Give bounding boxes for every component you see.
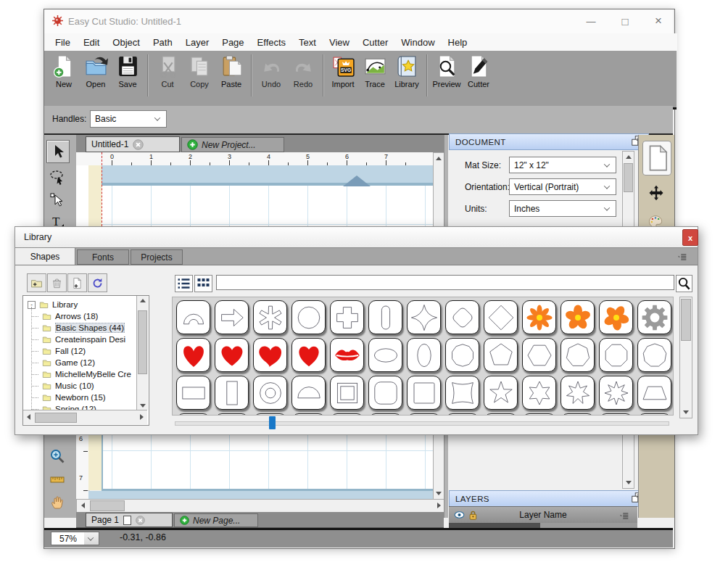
shape-pillow-star[interactable] <box>445 376 479 410</box>
shapes-vscroll-thumb[interactable] <box>681 299 691 341</box>
mat-orientation-marker[interactable] <box>343 175 371 186</box>
layers-menu-icon[interactable] <box>617 511 632 520</box>
document-panel-scrollbar-bottom[interactable] <box>622 434 634 489</box>
scroll-left-icon[interactable] <box>24 412 33 422</box>
menu-cutter[interactable]: Cutter <box>356 35 394 50</box>
new-page-tab[interactable]: New Page... <box>174 513 258 527</box>
shape-cross[interactable] <box>330 300 364 334</box>
scroll-down-icon[interactable] <box>680 407 692 417</box>
select-tool-button[interactable] <box>46 140 70 163</box>
tree-root[interactable]: -Library <box>28 299 78 310</box>
new-project-tab[interactable]: New Project... <box>181 137 284 152</box>
shape-tile-partial[interactable] <box>291 413 326 416</box>
shape-tile-partial[interactable] <box>561 413 595 416</box>
shape-tile-partial[interactable] <box>407 413 441 416</box>
library-search-input[interactable] <box>216 275 674 290</box>
canvas-horizontal-scrollbar[interactable] <box>76 499 445 513</box>
shape-star-8[interactable] <box>599 376 633 410</box>
menu-window[interactable]: Window <box>394 35 441 50</box>
shape-rounded-decagon[interactable] <box>445 338 479 372</box>
import-button[interactable]: SVGImport <box>327 54 359 88</box>
library-menu-icon[interactable] <box>674 252 690 261</box>
zoom-tool-button[interactable] <box>48 447 67 466</box>
cutter-button[interactable]: Cutter <box>463 54 495 88</box>
scroll-left-icon[interactable] <box>78 500 88 511</box>
shape-heart-wide[interactable] <box>215 338 249 372</box>
tree-item-createinspain-desi[interactable]: Createinspain Desi <box>31 334 125 345</box>
menu-page[interactable]: Page <box>215 35 250 50</box>
move-tool-icon[interactable] <box>644 178 669 207</box>
tree-vertical-scrollbar[interactable] <box>136 296 148 410</box>
shape-tile-partial[interactable] <box>637 413 671 416</box>
new-button[interactable]: New <box>48 54 80 88</box>
copy-button[interactable]: Copy <box>183 54 215 88</box>
trace-button[interactable]: Trace <box>359 54 391 88</box>
shape-heart-classic[interactable] <box>291 338 326 372</box>
tab-shapes[interactable]: Shapes <box>15 248 75 265</box>
shape-star-6[interactable] <box>522 376 556 410</box>
menu-view[interactable]: View <box>323 35 356 50</box>
tree-horizontal-scrollbar[interactable] <box>23 410 147 424</box>
undo-button[interactable]: Undo <box>255 54 287 88</box>
minimize-button[interactable]: — <box>580 14 602 28</box>
canvas-vertical-scrollbar-top[interactable] <box>433 152 444 228</box>
shape-tile-partial[interactable] <box>253 413 287 416</box>
shape-rectangle-horizontal[interactable] <box>176 376 210 410</box>
handles-combo[interactable]: Basic <box>90 110 167 128</box>
shape-tile-partial[interactable] <box>368 413 402 416</box>
scroll-right-icon[interactable] <box>137 412 146 422</box>
zoom-level-combo[interactable]: 57% <box>51 532 86 545</box>
document-properties-button[interactable] <box>642 141 671 175</box>
add-folder-button[interactable] <box>27 273 46 292</box>
shape-tile-partial[interactable] <box>484 413 518 416</box>
shape-flower-5-petal-alt[interactable] <box>599 300 633 334</box>
shape-gear[interactable] <box>637 300 671 334</box>
zoom-level-dropdown[interactable] <box>84 532 99 545</box>
paste-button[interactable]: Paste <box>215 54 247 88</box>
shape-flower-5-petal[interactable] <box>561 300 595 334</box>
tree-item-newborn-15-[interactable]: Newborn (15) <box>31 392 106 403</box>
shape-trapezoid[interactable] <box>637 376 671 410</box>
shape-tile-partial[interactable] <box>522 413 556 416</box>
library-close-button[interactable]: x <box>682 229 698 246</box>
menu-file[interactable]: File <box>49 35 77 50</box>
shape-diamond[interactable] <box>484 300 518 334</box>
ruler-tool-button[interactable] <box>48 470 67 489</box>
shape-pill[interactable] <box>368 300 402 334</box>
tree-item-basic-shapes-44-[interactable]: Basic Shapes (44) <box>31 322 125 334</box>
scroll-up-icon[interactable] <box>434 153 444 164</box>
menu-object[interactable]: Object <box>106 35 146 50</box>
library-search-button[interactable] <box>676 275 692 292</box>
tree-item-spring-12-[interactable]: Spring (12) <box>31 403 96 410</box>
canvas-vertical-scrollbar-bottom[interactable] <box>433 434 444 500</box>
shape-heptagon[interactable] <box>561 338 595 372</box>
tab-fonts[interactable]: Fonts <box>77 249 129 265</box>
scroll-up-icon[interactable] <box>137 296 148 305</box>
node-select-tool-button[interactable] <box>48 191 67 210</box>
shape-star-5[interactable] <box>484 376 518 410</box>
menu-edit[interactable]: Edit <box>77 35 106 50</box>
delete-button[interactable] <box>47 273 67 292</box>
shape-star4-curved[interactable] <box>407 300 441 334</box>
shape-rounded-diamond[interactable] <box>445 300 479 334</box>
cut-button[interactable]: Cut <box>152 54 183 88</box>
preview-button[interactable]: Preview <box>431 54 463 88</box>
shape-arrow-right[interactable] <box>215 300 249 334</box>
menu-effects[interactable]: Effects <box>251 35 293 50</box>
list-view-button[interactable] <box>175 275 193 292</box>
vscroll-thumb[interactable] <box>624 163 633 192</box>
units-combo[interactable]: Inches <box>509 200 616 217</box>
tab-projects[interactable]: Projects <box>131 249 183 265</box>
shape-tile-partial[interactable] <box>215 413 249 416</box>
shape-nonagon[interactable] <box>637 338 671 372</box>
shape-square-frame[interactable] <box>330 376 364 410</box>
maximize-button[interactable]: □ <box>614 14 636 28</box>
shape-ellipse-horizontal[interactable] <box>368 338 402 372</box>
scroll-down-icon[interactable] <box>137 401 148 410</box>
shape-donut[interactable] <box>253 376 287 410</box>
layers-hscroll[interactable] <box>449 523 637 528</box>
menu-path[interactable]: Path <box>146 35 179 50</box>
shape-tile-partial[interactable] <box>445 413 479 416</box>
shape-size-slider[interactable] <box>175 421 669 426</box>
shape-size-slider-thumb[interactable] <box>269 416 276 429</box>
